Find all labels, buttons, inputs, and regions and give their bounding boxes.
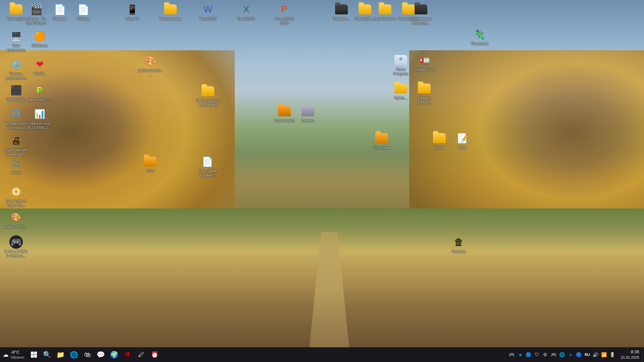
tray-icon-5[interactable]: ⚙	[542, 351, 549, 358]
show-desktop-button[interactable]	[642, 347, 644, 362]
icon-shulepova[interactable]: Шулепова	[368, 130, 395, 151]
icon-dannye[interactable]: 📄 Данные	[46, 1, 73, 22]
icon-label: Панель управления	[4, 72, 28, 80]
windows-logo-icon	[31, 351, 37, 358]
search-button[interactable]: 🔍	[41, 348, 54, 361]
icon-label: Book	[459, 145, 467, 150]
tray-network[interactable]: 📶	[600, 351, 608, 358]
folder-icon: 📁	[56, 351, 65, 359]
icon-word2007[interactable]: W Word2007	[195, 1, 221, 22]
clock-area[interactable]: 8:36 21.01.2025	[618, 349, 642, 360]
icon-paintnet27[interactable]: 🎨 paint.net 27...	[3, 209, 30, 230]
icon-label: WinOL	[34, 72, 45, 76]
discord-button[interactable]: 💬	[94, 348, 108, 361]
icon-scan[interactable]: 🖨 Приложение сканирова...	[3, 132, 30, 158]
tray-icon-2[interactable]: ●	[517, 351, 524, 358]
icon-neupoimye[interactable]: Неуловимые Монтери...	[408, 1, 434, 27]
icon-wondershare[interactable]: 🎞 Wondershare Filmora 14	[3, 106, 30, 131]
clock-icon: ⏰	[151, 351, 158, 358]
icon-winol[interactable]: ❤ WinOL	[26, 56, 53, 77]
icon-label: S.T.A.L.K.E.R. 2: Heart o...	[4, 249, 28, 258]
icon-label: Word2007	[200, 17, 217, 21]
icon-label: Шулепова	[373, 145, 390, 150]
yandex-button[interactable]: Я	[121, 348, 135, 361]
icon-label: paintnetworks....	[138, 68, 162, 77]
icon-jack-reacher[interactable]: Jack Reacher	[372, 1, 398, 22]
chrome-icon: 🌍	[110, 351, 118, 359]
icon-book[interactable]: 📝 Book	[449, 130, 476, 151]
icon-label: Данные	[53, 17, 66, 21]
store-icon: 🛍	[84, 351, 91, 359]
icon-1book[interactable]: 1Book	[426, 130, 453, 151]
icon-label: BlackMir...	[333, 17, 350, 21]
yandex-icon: Я	[126, 352, 130, 358]
icon-gecko[interactable]: 🦎 Похлопни	[466, 26, 493, 47]
icon-label: Либ.продуктов проказму	[196, 99, 220, 107]
icon-lib-produktov[interactable]: Либ.продуктов проказму	[195, 83, 221, 109]
extra-icon: 🖊	[138, 351, 144, 358]
icon-dream-children[interactable]: 🎬 Дneam - To the Children	[23, 1, 50, 27]
weather-temp: -8°C	[11, 350, 24, 355]
svg-rect-3	[34, 355, 37, 358]
icon-snowrunner[interactable]: 🚛 SnowRunner	[411, 52, 438, 73]
icon-label: MyLib...	[394, 96, 408, 100]
search-icon: 🔍	[43, 351, 51, 359]
icon-sborka[interactable]: 📄 Сборка	[70, 1, 97, 22]
icon-piotr[interactable]: 📀 Piotr Zylbert To the Ch...	[3, 184, 30, 209]
icon-paintnet52[interactable]: P paint.net5.2...	[26, 82, 53, 103]
clock-app-button[interactable]: ⏰	[148, 348, 161, 361]
icon-label: Piotr Zylbert To the Ch...	[4, 199, 28, 208]
weather-icon: ☁	[3, 351, 9, 358]
icon-obs[interactable]: ⬛ OBS Studio	[3, 82, 30, 103]
tray-icon-3[interactable]: 🔵	[525, 351, 532, 358]
tray-icon-steam[interactable]: 🎮	[550, 351, 557, 358]
icon-label: Camera	[301, 119, 314, 123]
icon-snow-progress[interactable]: Snow Progress	[387, 52, 414, 77]
system-tray: 🎮 ● 🔵 🛡 ⚙ 🎮 🌐 ● 🔵 RU 🔊 📶 🔋	[506, 351, 618, 358]
chrome-button[interactable]: 🌍	[108, 348, 121, 361]
icon-label: Похлопни	[471, 42, 488, 46]
icon-bitcomet[interactable]: 🟠 BitComet	[26, 28, 53, 49]
icon-excel2007[interactable]: X Excel2007	[233, 1, 260, 22]
tray-battery[interactable]: 🔋	[609, 351, 616, 358]
icon-mycomputer[interactable]: 🖥️ Этот компьютер	[3, 28, 30, 54]
icon-label: Jack Reacher	[374, 17, 396, 21]
desktop-icons-area: Vrewny.jled 🎬 Дneam - To the Children 📄 …	[0, 0, 644, 347]
tray-icon-7[interactable]: 🌐	[558, 351, 566, 358]
icon-label: Excel2007	[237, 17, 255, 21]
start-button[interactable]	[27, 348, 41, 361]
tray-lang[interactable]: RU	[584, 351, 591, 358]
icon-raznye-muzyki[interactable]: Разные музыки	[411, 80, 438, 106]
icon-mylib[interactable]: MyLib...	[387, 80, 414, 102]
file-explorer-button[interactable]: 📁	[54, 348, 67, 361]
tray-icon-8[interactable]: ●	[567, 351, 574, 358]
icon-label: 1Book	[434, 145, 444, 150]
icon-stalker[interactable]: 🎮 S.T.A.L.K.E.R. 2: Heart o...	[3, 234, 30, 259]
store-button[interactable]: 🛍	[81, 348, 94, 361]
icon-paintnetworks[interactable]: 🎨 paintnetworks....	[137, 53, 164, 78]
clock-time: 8:36	[631, 349, 639, 355]
taskbar-weather[interactable]: ☁ -8°C Облачно	[0, 350, 27, 360]
svg-rect-2	[31, 355, 34, 358]
icon-camera[interactable]: Camera	[294, 103, 321, 124]
icon-recycle-bin[interactable]: 🗑 Корзина	[445, 234, 472, 255]
icon-clhonor[interactable]: C:LHonorL0	[271, 103, 298, 124]
icon-label: rufos-49	[125, 17, 139, 21]
extra-button[interactable]: 🖊	[135, 348, 148, 361]
icon-rufos[interactable]: 📱 rufos-49	[119, 1, 146, 22]
icon-label: C:LHonorL0	[274, 119, 294, 123]
tray-bluetooth[interactable]: 🔵	[575, 351, 583, 358]
tray-icon-1[interactable]: 🎮	[508, 351, 516, 358]
icon-blackmir[interactable]: BlackMir...	[328, 1, 355, 22]
tray-volume[interactable]: 🔊	[592, 351, 599, 358]
icon-textoviy-doc[interactable]: 📄 Текстовый документ	[194, 154, 221, 179]
icon-oblivion[interactable]: 📊 Oblivion Just BLU-SPACE...	[26, 106, 53, 131]
edge-button[interactable]: 🌐	[67, 348, 81, 361]
icon-powerpoint2007[interactable]: P PowerPoint 2007	[271, 1, 298, 27]
icon-alldup[interactable]: 🗂 AllDup	[3, 155, 30, 176]
icon-vpn[interactable]: VPN	[137, 154, 164, 175]
icon-figini[interactable]: Финни-вские	[157, 1, 184, 22]
icon-label: Корзина	[452, 249, 466, 254]
tray-icon-antivirus[interactable]: 🛡	[533, 351, 541, 358]
icon-panel[interactable]: ⚙️ Панель управления	[3, 56, 30, 82]
